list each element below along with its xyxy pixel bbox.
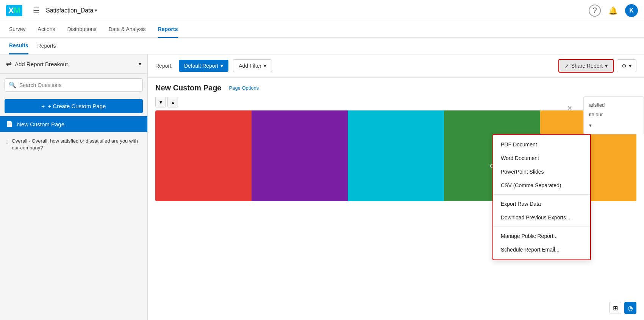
survey-name: Satisfaction_Data <box>46 7 93 14</box>
sidebar: ⇌ Add Report Breakout ▾ 🔍 + + Create Cus… <box>0 54 148 320</box>
survey-name-caret[interactable]: ▾ <box>95 8 97 13</box>
add-report-breakout[interactable]: ⇌ Add Report Breakout ▾ <box>0 54 147 74</box>
dropdown-schedule-email[interactable]: Schedule Report Email... <box>493 243 590 256</box>
page-icon: 📄 <box>6 121 13 127</box>
bottom-icons: ⊞ ◔ <box>609 302 636 314</box>
share-report-button[interactable]: ↗ Share Report ▾ <box>558 59 614 73</box>
page-title: New Custom Page <box>155 84 221 92</box>
sub-tab-results[interactable]: Results <box>9 38 28 54</box>
content-wrapper: ⇌ Add Report Breakout ▾ 🔍 + + Create Cus… <box>0 54 644 320</box>
logo: XM <box>6 5 22 16</box>
top-bar-right: ? 🔔 K <box>589 4 638 17</box>
share-caret: ▾ <box>605 63 608 69</box>
nav-tabs: Survey Actions Distributions Data & Anal… <box>0 21 644 38</box>
share-icon: ↗ <box>564 63 569 69</box>
collapse-chart-button[interactable]: ▾ <box>155 97 166 107</box>
dropdown-download-prev[interactable]: Download Previous Exports... <box>493 211 590 224</box>
dropdown-manage-public[interactable]: Manage Public Report... <box>493 229 590 243</box>
chart-bar-purple <box>252 110 348 201</box>
dropdown-divider-1 <box>493 194 590 195</box>
search-questions-container: 🔍 <box>5 78 143 92</box>
sub-tabs: Results Reports <box>0 38 644 54</box>
hamburger-menu[interactable]: ☰ <box>33 6 40 15</box>
chart-bar-teal <box>348 110 444 201</box>
filter-caret: ▾ <box>264 63 266 69</box>
question-bullet-icon: ⁚ <box>6 138 8 146</box>
nav-tab-data-analysis[interactable]: Data & Analysis <box>109 21 146 38</box>
page-options-link[interactable]: Page Options <box>229 85 259 91</box>
share-report-dropdown: PDF Document Word Document PowerPoint Sl… <box>492 134 591 260</box>
dropdown-powerpoint[interactable]: PowerPoint Slides <box>493 165 590 179</box>
arc-icon-button[interactable]: ◔ <box>624 302 636 314</box>
sub-tab-reports[interactable]: Reports <box>38 38 56 54</box>
dropdown-divider-2 <box>493 227 590 227</box>
right-panel-partial: atisfied ith our ▾ <box>583 96 644 134</box>
toolbar-right: ↗ Share Report ▾ ⚙ ▾ <box>558 59 636 73</box>
chart-controls: ▾ ▴ <box>155 97 636 107</box>
breakout-icon: ⇌ <box>6 60 12 68</box>
nav-tab-distributions[interactable]: Distributions <box>67 21 97 38</box>
right-panel-text2: ith our <box>589 111 638 119</box>
dropdown-pdf[interactable]: PDF Document <box>493 138 590 151</box>
nav-tab-actions[interactable]: Actions <box>38 21 55 38</box>
report-dropdown-caret: ▾ <box>220 63 223 69</box>
gear-icon: ⚙ <box>622 63 627 69</box>
breakout-caret: ▾ <box>139 61 141 67</box>
chart-bar-red <box>155 110 252 201</box>
top-bar: XM ☰ Satisfaction_Data ▾ ? 🔔 K <box>0 0 644 21</box>
right-panel-text: atisfied <box>589 101 638 109</box>
grid-icon-button[interactable]: ⊞ <box>609 302 621 314</box>
right-panel-caret[interactable]: ▾ <box>589 122 638 130</box>
expand-chart-button[interactable]: ▴ <box>167 97 178 107</box>
settings-caret: ▾ <box>629 63 631 69</box>
help-icon[interactable]: ? <box>589 5 601 17</box>
page-header: New Custom Page Page Options × <box>155 84 636 92</box>
default-report-button[interactable]: Default Report ▾ <box>179 60 228 72</box>
report-label: Report: <box>155 63 173 69</box>
xm-logo[interactable]: XM <box>6 5 22 16</box>
nav-tab-survey[interactable]: Survey <box>9 21 26 38</box>
new-custom-page-item[interactable]: 📄 New Custom Page <box>0 116 147 132</box>
dropdown-word[interactable]: Word Document <box>493 151 590 165</box>
search-questions-input[interactable] <box>19 82 139 88</box>
main-content: Report: Default Report ▾ Add Filter ▾ ↗ … <box>148 54 644 320</box>
plus-icon: + <box>42 103 45 109</box>
settings-button[interactable]: ⚙ ▾ <box>617 59 636 72</box>
dropdown-csv[interactable]: CSV (Comma Separated) <box>493 179 590 192</box>
breakout-label: ⇌ Add Report Breakout <box>6 60 68 68</box>
notification-icon[interactable]: 🔔 <box>607 5 619 17</box>
avatar[interactable]: K <box>625 4 638 17</box>
create-custom-page-button[interactable]: + + Create Custom Page <box>5 99 143 113</box>
dropdown-export-raw[interactable]: Export Raw Data <box>493 197 590 211</box>
add-filter-button[interactable]: Add Filter ▾ <box>233 59 272 72</box>
search-icon: 🔍 <box>9 81 16 89</box>
report-toolbar: Report: Default Report ▾ Add Filter ▾ ↗ … <box>148 54 644 78</box>
sidebar-question-item[interactable]: ⁚ Overall - Overall, how satisfied or di… <box>0 132 147 157</box>
nav-tab-reports[interactable]: Reports <box>158 21 178 38</box>
